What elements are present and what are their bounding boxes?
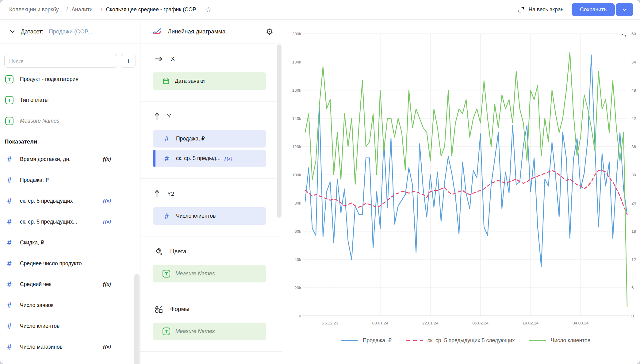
field-label: Measure Names <box>175 270 215 277</box>
measure-hash-icon: # <box>5 322 13 331</box>
sidebar-measure-item[interactable]: #Средний чекƒ(x) <box>0 274 134 295</box>
legend-item[interactable]: Продажа, ₽ <box>341 337 392 344</box>
arrow-up-icon <box>154 190 160 198</box>
search-input[interactable] <box>4 54 117 68</box>
legend-line-sample <box>341 340 358 341</box>
save-menu-button[interactable] <box>616 3 633 16</box>
measure-hash-icon: # <box>5 238 13 247</box>
breadcrumb-item[interactable]: Коллекции и воркбу... <box>9 6 63 13</box>
collapse-chevron-icon[interactable] <box>9 29 15 35</box>
sidebar-measure-item[interactable]: #Время доставки, дн.ƒ(x) <box>0 149 134 170</box>
field-label: Продажа, ₽ <box>20 177 49 183</box>
legend-line-sample <box>406 340 423 341</box>
dataset-sidebar: Датасет: Продажи (COP... + TПродукт - по… <box>0 20 140 364</box>
config-field-shapes[interactable]: TMeasure Names <box>153 323 266 340</box>
sidebar-scrollbar[interactable] <box>134 274 140 364</box>
formula-icon: ƒ(x) <box>224 156 232 161</box>
chart-menu-dots[interactable] <box>622 32 628 37</box>
svg-text:60k: 60k <box>294 229 301 234</box>
field-label: Время доставки, дн. <box>20 156 71 163</box>
config-field-x[interactable]: Дата заявки <box>153 72 266 90</box>
favorite-star-icon[interactable]: ☆ <box>205 6 212 13</box>
sidebar-measure-item[interactable]: #Число клиентов <box>0 316 134 336</box>
config-field-colors[interactable]: TMeasure Names <box>153 265 266 282</box>
config-field-y[interactable]: #ск. ср. 5 предыд...ƒ(x) <box>153 150 266 167</box>
text-field-icon: T <box>5 75 13 83</box>
add-field-button[interactable]: + <box>121 54 136 68</box>
svg-text:30: 30 <box>631 173 636 177</box>
fullscreen-button[interactable]: На весь экран <box>518 6 564 13</box>
sidebar-dimension-item[interactable]: TТип оплаты <box>0 90 134 110</box>
top-bar: Коллекции и воркбу.../Аналити.../Скользя… <box>0 0 640 20</box>
svg-text:60: 60 <box>631 32 636 36</box>
breadcrumb-item[interactable]: Аналити... <box>71 6 97 13</box>
svg-text:200k: 200k <box>292 32 301 36</box>
svg-text:25.12.23: 25.12.23 <box>322 321 338 325</box>
sidebar-dimension-item[interactable]: TMeasure Names <box>0 110 134 131</box>
gear-icon[interactable]: ⚙ <box>266 28 273 36</box>
field-label: Число заявок <box>20 302 53 308</box>
svg-text:42: 42 <box>631 116 636 121</box>
config-scrollbar[interactable] <box>277 44 282 218</box>
dimension-list: TПродукт - подкатегорияTТип оплатыTMeasu… <box>0 69 134 131</box>
sidebar-measure-item[interactable]: #Продажа, ₽ <box>0 170 134 190</box>
sidebar-measure-item[interactable]: #Число магазиновƒ(x) <box>0 336 134 357</box>
section-x-header: X <box>154 54 282 63</box>
field-label: Среднее число продукто... <box>20 260 86 267</box>
sidebar-measure-item[interactable]: #Среднее число продукто... <box>0 253 134 274</box>
divider <box>140 101 282 102</box>
formula-icon: ƒ(x) <box>102 198 111 204</box>
legend-label: Число клиентов <box>551 337 590 344</box>
shapes-icon <box>154 305 163 313</box>
text-field-icon: T <box>163 328 170 335</box>
svg-text:48: 48 <box>631 88 636 93</box>
fullscreen-icon <box>518 6 525 13</box>
section-y2-header: Y2 <box>154 189 282 198</box>
formula-icon: ƒ(x) <box>102 219 111 224</box>
field-label: Продукт - подкатегория <box>20 76 79 82</box>
svg-text:6: 6 <box>631 285 634 290</box>
svg-text:08.01.24: 08.01.24 <box>372 321 389 325</box>
config-field-y2[interactable]: #Число клиентов <box>153 207 266 225</box>
measure-hash-icon: # <box>163 154 171 163</box>
section-y2-fields: #Число клиентов <box>140 207 282 225</box>
field-search-row: + <box>4 54 136 68</box>
measure-hash-icon: # <box>5 155 13 164</box>
svg-text:54: 54 <box>631 60 636 64</box>
save-button[interactable]: Сохранить <box>572 3 615 16</box>
chart-legend: Продажа, ₽ск. ср. 5 предыдущих 5 следующ… <box>301 337 631 344</box>
line-chart[interactable]: 0020k640k1260k1880k24100k30120k36140k421… <box>282 20 640 364</box>
sidebar-measure-item[interactable]: #ск. ср. 5 предыдущих...ƒ(x) <box>0 211 134 232</box>
svg-text:12: 12 <box>631 257 636 262</box>
divider <box>140 236 282 236</box>
legend-label: ск. ср. 5 предыдущих 5 следующих <box>427 337 515 344</box>
field-label: Дата заявки <box>175 78 205 84</box>
svg-text:19.02.24: 19.02.24 <box>523 321 539 325</box>
dataset-name-link[interactable]: Продажи (COP... <box>49 28 93 35</box>
divider <box>140 294 282 294</box>
chart-type-label[interactable]: Линейная диаграмма <box>168 28 225 35</box>
legend-item[interactable]: Число клиентов <box>529 337 590 344</box>
config-field-y[interactable]: #Продажа, ₽ <box>153 130 266 148</box>
chevron-down-icon <box>622 7 627 13</box>
sidebar-measure-item[interactable]: #Скидка, ₽ <box>0 232 134 253</box>
measure-hash-icon: # <box>5 197 13 205</box>
sidebar-measure-item[interactable]: #ск. ср. 5 предыдущихƒ(x) <box>0 190 134 211</box>
legend-item[interactable]: ск. ср. 5 предыдущих 5 следующих <box>406 337 515 344</box>
sidebar-measure-item[interactable]: #Число заявок <box>0 295 134 316</box>
section-colors-fields: TMeasure Names <box>140 265 282 282</box>
fullscreen-label: На весь экран <box>529 6 564 13</box>
svg-text:18: 18 <box>631 229 636 234</box>
section-colors-label: Цвета <box>170 248 186 255</box>
svg-text:160k: 160k <box>292 88 301 93</box>
datalens-chart-editor: Коллекции и воркбу.../Аналити.../Скользя… <box>0 0 640 364</box>
breadcrumb-item[interactable]: Скользящее среднее - график (COP... <box>106 6 200 13</box>
measure-list: #Время доставки, дн.ƒ(x)#Продажа, ₽#ск. … <box>0 149 134 357</box>
field-label: Средний чек <box>20 281 52 288</box>
sidebar-dimension-item[interactable]: TПродукт - подкатегория <box>0 69 134 90</box>
measure-hash-icon: # <box>5 301 13 310</box>
save-split-button: Сохранить <box>572 3 633 16</box>
section-shapes-fields: TMeasure Names <box>140 323 282 340</box>
chart-panel: 0020k640k1260k1880k24100k30120k36140k421… <box>282 20 640 364</box>
measure-hash-icon: # <box>163 212 171 220</box>
